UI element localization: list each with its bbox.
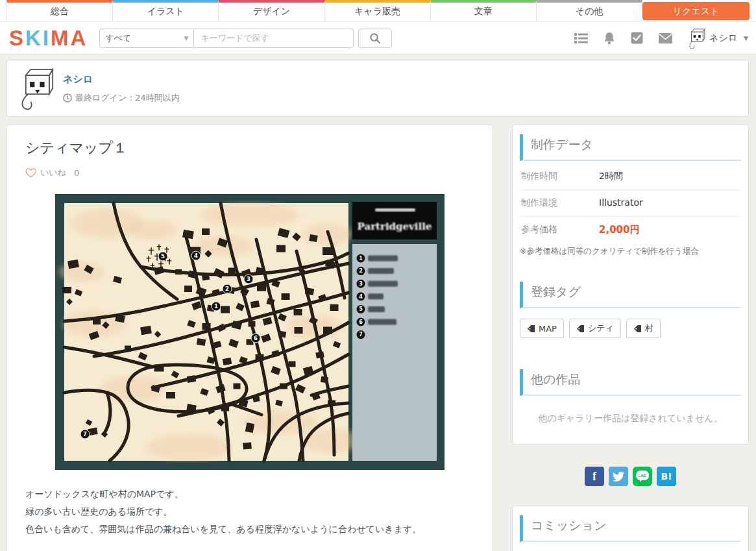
production-value: 2時間 [599, 171, 623, 182]
production-data-heading: 制作データ [520, 134, 741, 161]
map-marker-7: 7 [80, 430, 90, 439]
other-works-heading: 他の作品 [520, 369, 741, 396]
heart-icon[interactable] [25, 168, 36, 178]
like-row[interactable]: いいね 0 [25, 167, 493, 178]
request-button[interactable]: リクエスト [642, 2, 750, 20]
svg-text:7: 7 [83, 431, 87, 437]
svg-text:6: 6 [254, 335, 258, 341]
creator-name[interactable]: ネシロ [63, 73, 180, 86]
tab-5[interactable]: 文章 [431, 0, 537, 21]
legend-censored-text [368, 306, 385, 312]
commission-card: コミッション 受付中のコミッションはありません。 [512, 506, 749, 551]
list-icon[interactable] [574, 32, 588, 44]
share-facebook-button[interactable]: f [585, 467, 604, 486]
search-icon [369, 32, 381, 44]
price-note: ※参考価格は同等のクオリティで制作を行う場合 [520, 246, 741, 257]
creator-avatar[interactable] [19, 67, 54, 110]
production-label: 制作時間 [521, 171, 599, 182]
line-icon: LINE [635, 469, 650, 484]
logo-letter: M [51, 27, 71, 49]
work-card: シティマップ１ いいね 0 Partridgeville123456712345… [6, 125, 493, 551]
svg-text:2: 2 [225, 286, 229, 292]
notifications-bell-icon[interactable] [604, 32, 615, 45]
svg-text:5: 5 [359, 306, 363, 312]
user-name: ネシロ [709, 32, 737, 44]
tag-label: MAP [539, 324, 557, 334]
tag-button[interactable]: 村 [626, 319, 661, 338]
skima-logo[interactable]: SKIMA [9, 27, 88, 49]
sidebar: 制作データ 制作時間2時間制作環境Illustrator参考価格2,000円 ※… [512, 125, 749, 551]
user-avatar [688, 28, 705, 49]
twitter-bird-icon [613, 472, 624, 482]
clock-icon [63, 93, 72, 103]
tags-heading: 登録タグ [520, 282, 741, 308]
description-line: 緑の多い古い歴史のある場所です。 [25, 503, 474, 520]
map-marker-1: 1 [212, 302, 221, 311]
creator-profile-card[interactable]: ネシロ 最終ログイン：24時間以内 [6, 60, 749, 117]
messages-envelope-icon[interactable] [659, 33, 672, 43]
search-bar: すべて ▼ [99, 29, 392, 48]
tab-6[interactable]: その他 [537, 0, 642, 21]
logo-letter: S [9, 27, 25, 49]
city-map-artwork: Partridgeville12345671234567 [55, 194, 445, 470]
header-icons: ネシロ ▼ [574, 28, 748, 49]
svg-text:2: 2 [359, 268, 363, 274]
tag-list: MAPシティ村 [520, 319, 741, 338]
share-line-button[interactable]: LINE [633, 467, 652, 486]
production-row: 制作時間2時間 [520, 164, 741, 190]
tab-3[interactable]: デザイン [219, 0, 324, 21]
legend-censored-text [368, 268, 394, 274]
description-line: オーソドックスな町や村のMAPです。 [25, 485, 474, 503]
svg-text:LINE: LINE [639, 474, 647, 478]
map-marker-5: 5 [158, 252, 167, 261]
legend-censored-text [368, 256, 398, 262]
last-login: 最終ログイン：24時間以内 [63, 92, 180, 104]
tab-1[interactable]: 総合 [6, 0, 113, 21]
tab-4[interactable]: キャラ販売 [325, 0, 431, 21]
svg-text:6: 6 [359, 319, 363, 325]
user-caret-icon: ▼ [744, 35, 748, 42]
tag-icon [633, 324, 642, 333]
tasks-check-icon[interactable] [631, 32, 643, 44]
tag-button[interactable]: MAP [520, 319, 564, 338]
commission-heading: コミッション [520, 515, 741, 542]
work-image-map[interactable]: Partridgeville12345671234567 [55, 194, 445, 470]
production-rows: 制作時間2時間制作環境Illustrator参考価格2,000円 [520, 164, 741, 243]
logo-letter: A [71, 27, 88, 49]
svg-text:4: 4 [194, 252, 198, 259]
hatena-icon: B! [661, 471, 672, 482]
user-menu[interactable]: ネシロ ▼ [688, 28, 748, 49]
share-twitter-button[interactable] [609, 467, 628, 486]
map-marker-4: 4 [191, 251, 201, 260]
legend-censored-text [368, 319, 396, 325]
search-button[interactable] [358, 29, 392, 48]
legend-item-7: 7 [357, 330, 365, 339]
search-input[interactable] [194, 29, 354, 48]
legend-censored-text [368, 293, 384, 299]
legend-censored-text [368, 281, 398, 287]
svg-text:1: 1 [359, 256, 363, 262]
tag-label: シティ [588, 323, 614, 334]
category-tabs: 総合イラストデザインキャラ販売文章その他 [6, 0, 642, 21]
like-count: 0 [74, 168, 79, 178]
map-marker-6: 6 [251, 334, 260, 343]
share-hatena-button[interactable]: B! [657, 467, 676, 486]
production-row: 参考価格2,000円 [520, 217, 741, 243]
tag-icon [527, 324, 535, 333]
logo-letter: K [25, 27, 43, 49]
description-line: 色合いも含めて、雰囲気は作品の兼ね合いを見て、ある程度浮かないように合わせていき… [25, 520, 474, 538]
facebook-icon: f [592, 470, 596, 484]
site-header: SKIMA すべて ▼ [0, 21, 756, 55]
svg-text:7: 7 [359, 332, 363, 337]
tag-button[interactable]: シティ [569, 319, 621, 338]
search-category-value: すべて [105, 32, 131, 44]
tab-2[interactable]: イラスト [113, 0, 219, 21]
production-value: Illustrator [599, 197, 643, 209]
search-category-select[interactable]: すべて ▼ [99, 29, 194, 48]
production-label: 参考価格 [521, 224, 599, 236]
work-info-card: 制作データ 制作時間2時間制作環境Illustrator参考価格2,000円 ※… [512, 125, 749, 445]
other-works-empty: 他のギャラリー作品は登録されていません。 [520, 413, 741, 424]
map-marker-2: 2 [223, 284, 232, 293]
like-label: いいね [40, 167, 66, 178]
production-value: 2,000円 [599, 224, 639, 236]
